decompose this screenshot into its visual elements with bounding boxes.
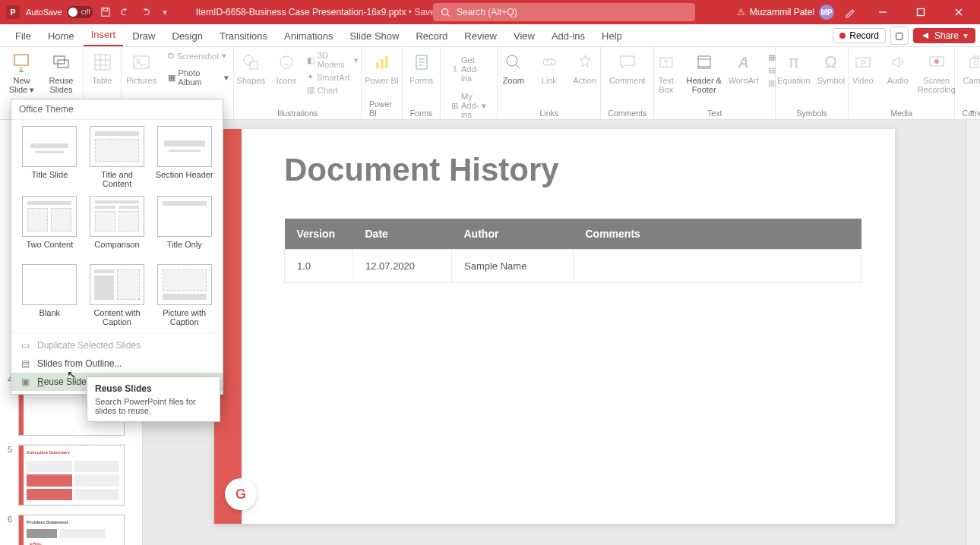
wordart-button[interactable]: AWordArt [727,50,760,85]
app-icon: P [6,5,20,19]
close-button[interactable] [942,0,975,24]
textbox-button[interactable]: Text Box [651,50,681,94]
layout-picture-caption[interactable]: Picture with Caption [153,264,215,326]
menu-duplicate-slides: ▭Duplicate Selected Slides [11,336,223,354]
powerbi-button[interactable]: Power BI [362,50,402,85]
reuse-slides-button[interactable]: Reuse Slides [44,50,79,94]
tab-transitions[interactable]: Transitions [212,26,275,46]
layout-section-header[interactable]: Section Header [153,126,215,188]
menu-slides-from-outline[interactable]: ▤Slides from Outline... [11,354,223,373]
present-mode-button[interactable]: ▢ [890,27,909,45]
tab-slideshow[interactable]: Slide Show [342,26,406,46]
badge[interactable]: G [225,478,257,510]
slide[interactable]: Document History Version Date Author Com… [214,129,895,524]
svg-point-12 [280,56,292,68]
tab-review[interactable]: Review [457,26,504,46]
vertical-scrollbar[interactable] [966,120,980,545]
thumbnail-6[interactable]: 6 Problem Statement 65% [0,510,142,545]
tab-record[interactable]: Record [408,26,455,46]
slide-canvas[interactable]: Document History Version Date Author Com… [143,120,966,545]
tab-addins[interactable]: Add-ins [544,26,593,46]
svg-point-10 [244,55,253,65]
svg-rect-20 [856,58,870,67]
3d-models-button[interactable]: ◧3D Models ▾ [304,50,362,70]
layout-blank[interactable]: Blank [19,264,81,326]
layout-title-only[interactable]: Title Only [153,196,215,257]
tab-help[interactable]: Help [594,26,630,46]
screenshot-button[interactable]: ⧉Screenshot ▾ [165,50,232,61]
search-icon [441,8,450,17]
smartart-button[interactable]: ✦SmartArt [304,71,362,83]
tab-insert[interactable]: Insert [84,24,124,46]
forms-label: Forms [410,109,433,118]
cursor-icon: ↖ [66,367,77,381]
tab-view[interactable]: View [506,26,542,46]
minimize-button[interactable] [866,0,899,24]
chart-button[interactable]: ▥Chart [304,84,362,96]
screen-recording-button[interactable]: Screen Recording [918,50,956,94]
text-label: Text [707,109,722,118]
layout-content-caption[interactable]: Content with Caption [87,264,148,326]
zoom-button[interactable]: Zoom [498,50,530,85]
svg-rect-4 [14,55,28,65]
undo-icon[interactable] [119,5,132,19]
share-button[interactable]: Share▾ [913,28,975,43]
save-icon[interactable] [99,5,112,19]
media-label: Media [890,109,912,118]
equation-button[interactable]: πEquation [777,50,811,85]
ribbon-tabs: File Home Insert Draw Design Transitions… [0,24,980,47]
slide-title[interactable]: Document History [284,152,559,188]
get-addins-button[interactable]: ⇩Get Add-ins [448,55,489,83]
illustrations-label: Illustrations [277,109,318,118]
svg-rect-14 [381,59,384,68]
video-button[interactable]: Video [848,50,878,85]
pictures-button[interactable]: Pictures [123,50,160,85]
thumbnail-5[interactable]: 5 Executive Summary [0,440,142,510]
duplicate-icon: ▭ [19,340,31,351]
addins-icon: ⊞ [451,101,458,111]
ink-icon[interactable] [843,5,857,19]
table-row[interactable]: 1.0 12.07.2020 Sample Name [285,250,861,283]
tab-design[interactable]: Design [165,26,210,46]
shapes-button[interactable]: Shapes [233,50,269,85]
my-addins-button[interactable]: ⊞My Add-ins ▾ [448,91,489,120]
avatar: MP [819,5,834,20]
table-button[interactable]: Table [83,50,122,85]
search-input[interactable]: Search (Alt+Q) [433,3,695,21]
header-footer-button[interactable]: Header & Footer [686,50,722,94]
tooltip: Reuse Slides Search PowerPoint files for… [87,376,220,422]
record-button[interactable]: Record [833,28,886,43]
autosave-state[interactable]: Off [67,6,93,18]
layout-title-slide[interactable]: Title Slide [19,126,81,188]
action-button[interactable]: Action [569,50,601,85]
layout-comparison[interactable]: Comparison [87,196,148,257]
link-button[interactable]: Link [534,50,564,85]
col-comments: Comments [574,219,861,250]
forms-button[interactable]: Forms [402,50,441,85]
tab-animations[interactable]: Animations [277,26,340,46]
tab-draw[interactable]: Draw [125,26,163,46]
svg-point-22 [934,59,939,64]
table-header-row: Version Date Author Comments [285,219,861,250]
qat-dropdown-icon[interactable]: ▾ [158,5,172,19]
account-button[interactable]: ⚠ Muzammil Patel MP [737,5,834,20]
layout-two-content[interactable]: Two Content [19,196,81,257]
icons-button[interactable]: Icons [273,50,299,85]
tab-home[interactable]: Home [40,26,82,46]
history-table[interactable]: Version Date Author Comments 1.0 12.07.2… [284,219,861,283]
redo-icon[interactable] [138,5,152,19]
autosave-toggle[interactable]: AutoSave Off [26,6,93,18]
photo-album-button[interactable]: ▦Photo Album ▾ [165,68,232,87]
new-slide-gallery[interactable]: Office Theme Title Slide Title and Conte… [11,99,223,395]
comment-button[interactable]: Comment [608,50,647,85]
layout-title-content[interactable]: Title and Content [87,126,148,188]
symbol-button[interactable]: ΩSymbol [815,50,847,85]
cameo-button[interactable]: Cameo [956,50,980,85]
new-slide-button[interactable]: New Slide ▾ [5,50,40,94]
collapse-ribbon-button[interactable]: ⌄ [969,105,975,115]
tab-file[interactable]: File [8,26,39,46]
warning-icon: ⚠ [737,7,745,17]
audio-button[interactable]: Audio [883,50,913,85]
maximize-button[interactable] [904,0,937,24]
col-author: Author [452,219,574,250]
